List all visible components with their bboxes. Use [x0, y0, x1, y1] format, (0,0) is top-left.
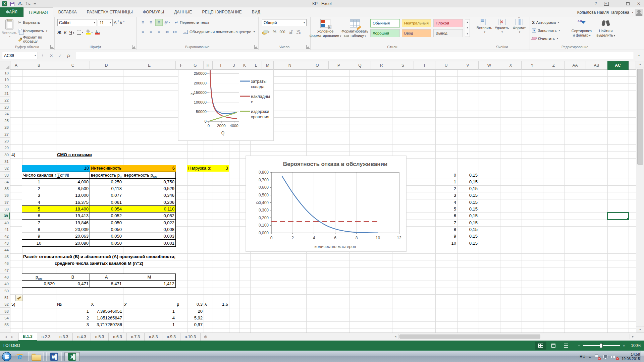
cell-C49[interactable]: 0,471: [56, 280, 90, 287]
cell-G53[interactable]: 20: [187, 308, 204, 315]
font-dialog-launcher[interactable]: [132, 45, 136, 49]
language-indicator[interactable]: RU: [580, 354, 585, 359]
format-cells-button[interactable]: Формат▾: [511, 19, 528, 34]
align-center-button[interactable]: ≡: [147, 28, 155, 35]
format-as-table-button[interactable]: Форматировать как таблицу▾: [341, 18, 369, 44]
cell-E40[interactable]: 0,022: [123, 219, 176, 226]
cell-style-обычный[interactable]: Обычный: [370, 19, 400, 27]
column-header-AB[interactable]: AB: [586, 61, 607, 70]
font-size-combo[interactable]: 11▾: [98, 19, 113, 26]
cell-U34[interactable]: 1: [435, 179, 457, 185]
wrap-text-button[interactable]: ↵Перенести текст: [175, 19, 210, 26]
column-header-D[interactable]: D: [90, 61, 123, 70]
row-header-35[interactable]: 35: [0, 185, 10, 192]
active-cell-AC39[interactable]: [607, 212, 629, 220]
cell-C36[interactable]: 13,000: [56, 192, 90, 199]
restore-button[interactable]: [623, 0, 633, 7]
cell-E48[interactable]: М: [123, 274, 176, 281]
cell-V35[interactable]: 0,15: [457, 185, 479, 192]
bold-button[interactable]: Ж: [57, 30, 61, 35]
column-header-X[interactable]: X: [500, 61, 522, 70]
sheet-tab-в.6.3[interactable]: в.6.3: [109, 333, 126, 341]
cell-C42[interactable]: 20,063: [56, 233, 90, 240]
expand-formula-bar-button[interactable]: ▾: [636, 54, 642, 57]
styles-gallery-scroll[interactable]: ▴▾▾: [465, 19, 470, 37]
horizontal-scroll-track[interactable]: [398, 334, 630, 339]
cell-E53[interactable]: 1: [123, 308, 176, 315]
cell-D35[interactable]: 0,118: [90, 185, 123, 192]
paste-button[interactable]: Вставить ▾: [2, 18, 17, 43]
row-header-19[interactable]: 19: [0, 76, 10, 83]
column-header-G[interactable]: G: [187, 61, 204, 70]
cell-B34[interactable]: 1: [22, 178, 56, 185]
cell-V33[interactable]: 0,15: [457, 172, 479, 179]
cell-D49[interactable]: 8,471: [90, 280, 123, 287]
cell-C34[interactable]: 4,000: [56, 178, 90, 185]
cell-B32[interactable]: 18: [22, 165, 90, 172]
cell-D34[interactable]: 0,250: [90, 178, 123, 185]
cell-C43[interactable]: 20,080: [56, 240, 90, 247]
cell-V41[interactable]: 0,15: [457, 226, 479, 233]
cell-D54[interactable]: 1,851265847: [90, 315, 123, 321]
cell-C39[interactable]: 19,413: [56, 212, 90, 219]
alignment-dialog-launcher[interactable]: [254, 45, 258, 49]
column-header-A[interactable]: A: [10, 61, 22, 70]
cell-D38[interactable]: 0,054: [90, 205, 123, 213]
column-header-C[interactable]: C: [56, 61, 90, 70]
row-header-24[interactable]: 24: [0, 111, 10, 117]
row-header-21[interactable]: 21: [0, 90, 10, 97]
shrink-font-button[interactable]: А: [120, 21, 124, 25]
row-header-27[interactable]: 27: [0, 131, 10, 138]
cell-style-ввод[interactable]: Ввод: [402, 29, 431, 37]
row-header-42[interactable]: 42: [0, 233, 10, 240]
cell-D52[interactable]: Х: [90, 301, 123, 308]
normal-view-button[interactable]: [535, 342, 546, 350]
select-all-button[interactable]: [0, 61, 10, 70]
column-header-F[interactable]: F: [176, 61, 187, 70]
embedded-chart-costs[interactable]: 050000100000150000200000250000020004000Q…: [178, 70, 274, 141]
horizontal-scroll-thumb[interactable]: [399, 335, 540, 339]
cell-I52[interactable]: 1,6: [213, 301, 229, 308]
cell-C53[interactable]: 1: [56, 308, 90, 315]
decrease-decimal-button[interactable]: 00→,0: [296, 29, 301, 34]
cell-E43[interactable]: 0,001: [123, 240, 176, 247]
row-header-33[interactable]: 33: [0, 172, 10, 179]
cell-B39[interactable]: 6: [22, 212, 56, 219]
row-header-28[interactable]: 28: [0, 138, 10, 144]
cell-U40[interactable]: 7: [435, 220, 457, 226]
cell-D55[interactable]: 3,717289786: [90, 321, 123, 328]
tab-главная[interactable]: ГЛАВНАЯ: [23, 7, 53, 17]
tab-разметка страницы[interactable]: РАЗМЕТКА СТРАНИЦЫ: [82, 7, 138, 17]
horizontal-scrollbar[interactable]: ◄ ►: [392, 333, 636, 341]
scroll-left-button[interactable]: ◄: [392, 335, 398, 338]
column-header-Z[interactable]: Z: [543, 61, 565, 70]
column-header-V[interactable]: V: [457, 61, 479, 70]
row-header-23[interactable]: 23: [0, 104, 10, 111]
account-area[interactable]: Копылова Наиля Тагировна ▾: [577, 7, 643, 17]
cell-F52[interactable]: μ=: [176, 301, 187, 308]
align-middle-button[interactable]: ≡: [147, 19, 155, 26]
cell-B41[interactable]: 8: [22, 226, 56, 233]
cell-U41[interactable]: 8: [435, 226, 457, 233]
page-layout-view-button[interactable]: [548, 342, 559, 350]
cell-B43[interactable]: 10: [22, 240, 56, 247]
tab-файл[interactable]: ФАЙЛ: [0, 7, 23, 17]
zoom-slider-thumb[interactable]: [600, 343, 603, 348]
cell-D32[interactable]: Интенсивность μ=: [90, 165, 123, 172]
cell-G54[interactable]: 5,92: [187, 315, 204, 321]
cell-V37[interactable]: 0,15: [457, 199, 479, 206]
cell-style-вывод[interactable]: Вывод: [433, 29, 463, 37]
ribbon-display-button[interactable]: [601, 0, 612, 7]
cell-E35[interactable]: 0,529: [123, 185, 176, 192]
enter-entry-button[interactable]: ✓: [56, 53, 64, 58]
align-left-button[interactable]: ≡: [139, 28, 147, 35]
tab-формулы[interactable]: ФОРМУЛЫ: [138, 7, 169, 17]
cell-B33[interactable]: Число каналов n: [22, 172, 56, 179]
row-header-18[interactable]: 18: [0, 70, 10, 76]
cell-E36[interactable]: 0,346: [123, 192, 176, 199]
currency-format-button[interactable]: ▾: [262, 30, 269, 34]
column-header-R[interactable]: R: [371, 61, 392, 70]
row-header-46[interactable]: 46: [0, 260, 10, 267]
cell-E55[interactable]: 1: [123, 321, 176, 328]
cell-G55[interactable]: 0,97: [187, 321, 204, 328]
